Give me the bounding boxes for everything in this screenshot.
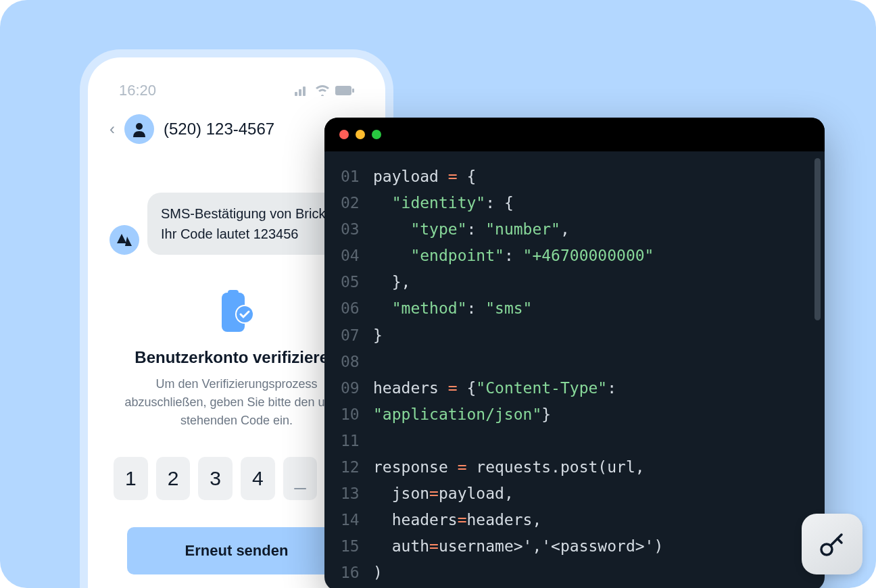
code-text: "type": "number", (373, 216, 570, 243)
svg-rect-3 (335, 86, 351, 95)
sms-line2: Ihr Code lautet 123456 (161, 224, 329, 244)
code-text: }, (373, 269, 410, 295)
code-line: 09headers = {"Content-Type": (324, 375, 825, 401)
back-chevron-icon[interactable]: ‹ (110, 120, 115, 139)
code-text: "application/json"} (373, 401, 551, 428)
line-number: 16 (341, 560, 373, 586)
code-digit-3[interactable]: 3 (198, 457, 233, 500)
svg-rect-2 (303, 87, 306, 96)
code-line: 06 "method": "sms" (324, 295, 825, 322)
code-text: headers = {"Content-Type": (373, 375, 616, 401)
code-line: 04 "endpoint": "+46700000000" (324, 243, 825, 269)
wifi-icon (315, 85, 330, 96)
code-digit-2[interactable]: 2 (156, 457, 191, 500)
svg-point-5 (136, 123, 143, 130)
line-number: 14 (341, 507, 373, 533)
code-digit-5[interactable]: _ (283, 457, 318, 500)
key-icon (817, 529, 847, 559)
code-text: payload = { (373, 164, 476, 190)
line-number: 01 (341, 164, 373, 190)
key-badge (802, 514, 862, 574)
avatar[interactable] (124, 114, 154, 144)
phone-number: (520) 123-4567 (164, 120, 274, 139)
line-number: 11 (341, 428, 373, 454)
code-line: 03 "type": "number", (324, 216, 825, 243)
code-line: 07} (324, 322, 825, 349)
code-line: 13 json=payload, (324, 481, 825, 507)
line-number: 08 (341, 349, 373, 375)
code-digit-4[interactable]: 4 (241, 457, 275, 500)
line-number: 09 (341, 375, 373, 401)
line-number: 10 (341, 401, 373, 428)
sender-avatar (110, 225, 139, 255)
code-text: auth=username>','<password>') (373, 533, 663, 560)
code-digit-1[interactable]: 1 (114, 457, 148, 500)
code-text: } (373, 322, 383, 349)
main-container: 16:20 ‹ (520) 123-4567 SMS (0, 0, 876, 588)
code-text: response = requests.post(url, (373, 454, 645, 481)
svg-rect-1 (299, 89, 301, 96)
phone-verify-icon (215, 289, 258, 336)
code-text: "identity": { (373, 190, 514, 216)
code-line: 11 (324, 428, 825, 454)
line-number: 02 (341, 190, 373, 216)
triangle-icon (117, 234, 132, 246)
line-number: 05 (341, 269, 373, 295)
line-number: 07 (341, 322, 373, 349)
code-line: 08 (324, 349, 825, 375)
status-time: 16:20 (119, 82, 156, 99)
status-icons (295, 85, 354, 96)
line-number: 13 (341, 481, 373, 507)
sms-bubble: SMS-Bestätigung von Brick. Ihr Code laut… (147, 193, 343, 255)
code-line: 01payload = { (324, 164, 825, 190)
svg-rect-4 (352, 89, 354, 93)
code-text: "method": "sms" (373, 295, 532, 322)
line-number: 03 (341, 216, 373, 243)
svg-rect-7 (228, 290, 239, 295)
code-text: json=payload, (373, 481, 514, 507)
code-line: 10"application/json"} (324, 401, 825, 428)
code-line: 05 }, (324, 269, 825, 295)
code-text: ) (373, 560, 383, 586)
code-line: 02 "identity": { (324, 190, 825, 216)
code-line: 14 headers=headers, (324, 507, 825, 533)
code-content[interactable]: 01payload = {02 "identity": {03 "type": … (324, 151, 825, 588)
line-number: 12 (341, 454, 373, 481)
close-icon[interactable] (339, 130, 349, 139)
code-line: 12response = requests.post(url, (324, 454, 825, 481)
status-bar: 16:20 (100, 70, 373, 106)
code-text: headers=headers, (373, 507, 541, 533)
resend-button[interactable]: Erneut senden (127, 527, 346, 574)
code-window: 01payload = {02 "identity": {03 "type": … (324, 118, 825, 588)
line-number: 06 (341, 295, 373, 322)
svg-line-12 (837, 539, 842, 543)
line-number: 15 (341, 533, 373, 560)
scrollbar[interactable] (814, 158, 821, 320)
svg-rect-0 (295, 92, 297, 96)
battery-icon (335, 86, 354, 95)
line-number: 04 (341, 243, 373, 269)
code-titlebar (324, 118, 825, 151)
person-icon (131, 121, 147, 137)
code-line: 16) (324, 560, 825, 586)
signal-icon (295, 85, 310, 96)
maximize-icon[interactable] (372, 130, 381, 139)
sms-line1: SMS-Bestätigung von Brick. (161, 203, 329, 224)
code-line: 15 auth=username>','<password>') (324, 533, 825, 560)
code-text: "endpoint": "+46700000000" (373, 243, 654, 269)
minimize-icon[interactable] (356, 130, 365, 139)
